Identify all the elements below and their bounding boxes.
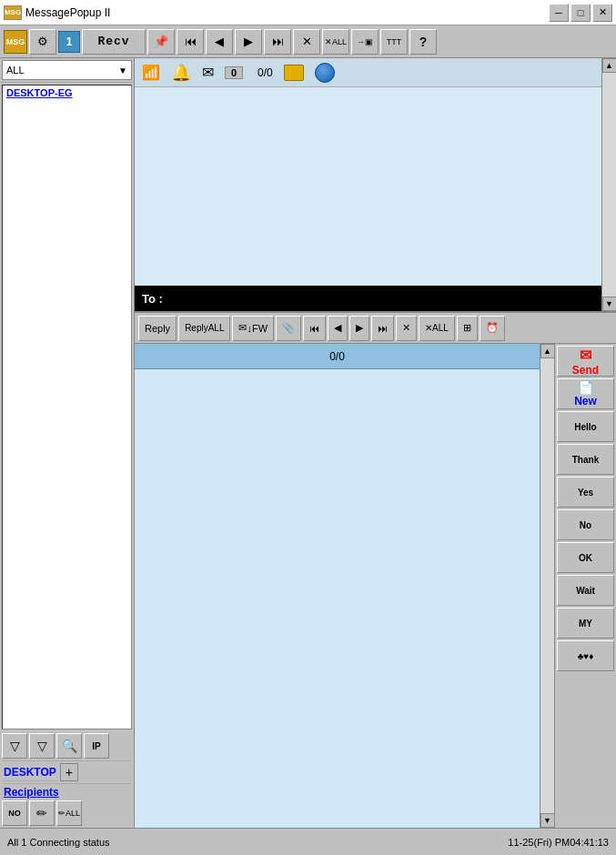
action-buttons: ✉ Send 📄 New Hello Thank Yes No OK Wait … [554, 344, 616, 828]
restore-button[interactable]: □ [571, 4, 591, 22]
sym-button[interactable]: ♣♥♦ [557, 640, 614, 671]
no-quick-button[interactable]: No [557, 509, 614, 540]
search-button[interactable]: 🔍 [56, 733, 82, 759]
group-row: DESKTOP + [2, 760, 132, 781]
bell-icon: 🔔 [171, 63, 191, 83]
nav-next-button[interactable]: ▶ [235, 29, 262, 55]
right-panel: 📶 🔔 ✉ 0 0/0 To : [135, 58, 616, 828]
send-button[interactable]: ✉ Send [557, 346, 614, 377]
machine-item[interactable]: DESKTOP-EG [3, 86, 131, 100]
edit-button[interactable]: ✏ [29, 800, 55, 826]
signal-icon: 📶 [142, 64, 160, 81]
send-content: 0/0 [135, 344, 540, 828]
top-toolbar: MSG ⚙ 1 Recv 📌 ⏮ ◀ ▶ ⏭ ✕ ✕ALL →▣ TTT ? [0, 25, 616, 58]
window-controls: ─ □ ✕ [549, 4, 612, 22]
help-button[interactable]: ? [409, 29, 437, 55]
my-button[interactable]: MY [557, 608, 614, 639]
scroll-icon-row: ▽ ▽ 🔍 IP [2, 733, 132, 759]
minimize-button[interactable]: ─ [549, 4, 569, 22]
globe-icon[interactable] [315, 63, 335, 83]
window-title: MessagePopup II [25, 6, 549, 19]
nav2-close-button[interactable]: ✕ [396, 316, 417, 341]
scroll-track[interactable] [602, 73, 616, 297]
send-scrollbar: ▲ ▼ [540, 344, 554, 828]
msg-count-badge: 0 [225, 66, 243, 79]
send-envelope-icon: ✉ [580, 347, 591, 364]
close-all-button[interactable]: ✕ALL [322, 29, 349, 55]
no-button[interactable]: NO [2, 800, 27, 826]
envelope2-icon: ✉ [238, 322, 247, 334]
forward-button[interactable]: →▣ [351, 29, 379, 55]
scroll-down1-button[interactable]: ▽ [2, 733, 27, 759]
hello-button[interactable]: Hello [557, 411, 614, 442]
status-left-text: All 1 Connecting status [7, 837, 500, 848]
dropdown-arrow-icon: ▼ [118, 65, 127, 75]
folder-icon[interactable] [284, 65, 304, 81]
message-area-top: 📶 🔔 ✉ 0 0/0 To : [135, 58, 616, 313]
scroll-up-arrow[interactable]: ▲ [602, 58, 617, 73]
clock-button[interactable]: ⏰ [480, 316, 505, 341]
nav2-first-button[interactable]: ⏮ [303, 316, 326, 341]
group-label[interactable]: DESKTOP [2, 764, 58, 781]
print-button[interactable]: TTT [380, 29, 408, 55]
close-button[interactable]: ✕ [592, 4, 612, 22]
wait-button[interactable]: Wait [557, 575, 614, 606]
nav2-close-all-button[interactable]: ✕ALL [419, 316, 455, 341]
nav-last-button[interactable]: ⏭ [264, 29, 291, 55]
scroll-down2-button[interactable]: ▽ [29, 733, 55, 759]
envelope-icon: ✉ [202, 64, 214, 81]
ip-button[interactable]: IP [84, 733, 109, 759]
send-scroll-down[interactable]: ▼ [540, 813, 555, 828]
machine-list: DESKTOP-EG [2, 85, 132, 729]
new-button[interactable]: 📄 New [557, 378, 614, 409]
recv-button[interactable]: Recv [82, 29, 146, 55]
add-group-button[interactable]: + [60, 763, 78, 781]
thank-button[interactable]: Thank [557, 444, 614, 475]
recipients-label[interactable]: Recipients [2, 784, 61, 800]
nav2-prev-button[interactable]: ◀ [328, 316, 348, 341]
left-panel: ALL ▼ DESKTOP-EG ▽ ▽ 🔍 IP DESKTOP + [0, 58, 135, 828]
reply-button[interactable]: Reply [138, 316, 177, 341]
status-right-text: 11-25(Fri) PM04:41:13 [508, 837, 609, 848]
ok-button[interactable]: OK [557, 542, 614, 573]
grid-button[interactable]: ⊞ [457, 316, 478, 341]
nav-first-button[interactable]: ⏮ [177, 29, 204, 55]
top-scrollbar: ▲ ▼ [601, 58, 616, 311]
main-container: ALL ▼ DESKTOP-EG ▽ ▽ 🔍 IP DESKTOP + [0, 58, 616, 828]
forward-msg-button[interactable]: ✉ ↓FW [232, 316, 274, 341]
status-bar: All 1 Connecting status 11-25(Fri) PM04:… [0, 828, 616, 855]
settings-button[interactable]: ⚙ [29, 29, 56, 55]
send-body [135, 369, 540, 828]
reply-all-button[interactable]: ReplyALL [178, 316, 230, 341]
pin-button[interactable]: 📌 [147, 29, 175, 55]
new-icon: 📄 [578, 380, 593, 395]
send-scroll-up[interactable]: ▲ [540, 344, 555, 358]
yes-button[interactable]: Yes [557, 477, 614, 508]
close-msg-button[interactable]: ✕ [293, 29, 320, 55]
settings-icon: ⚙ [37, 35, 48, 48]
app-logo-button[interactable]: MSG [4, 30, 27, 54]
nav2-last-button[interactable]: ⏭ [371, 316, 394, 341]
nav2-next-button[interactable]: ▶ [349, 316, 369, 341]
message-header: 📶 🔔 ✉ 0 0/0 [135, 58, 601, 87]
recipient-icon-row: NO ✏ ✏ALL [2, 800, 132, 826]
message-content: 📶 🔔 ✉ 0 0/0 To : [135, 58, 601, 311]
bottom-send-area: 0/0 ▲ ▼ ✉ Send 📄 New [135, 344, 616, 828]
filter-dropdown-row: ALL ▼ [0, 58, 134, 83]
scroll-down-arrow[interactable]: ▼ [602, 297, 617, 311]
to-bar: To : [135, 286, 601, 311]
message-body [135, 87, 601, 286]
pin-icon: 📌 [154, 35, 168, 48]
nav-prev-button[interactable]: ◀ [206, 29, 233, 55]
send-scroll-track[interactable] [540, 358, 554, 813]
filter-dropdown[interactable]: ALL ▼ [2, 60, 132, 80]
title-bar: MSG MessagePopup II ─ □ ✕ [0, 0, 616, 25]
msg-icon: MSG [6, 37, 25, 46]
attach-button[interactable]: 📎 [276, 316, 301, 341]
second-toolbar: Reply ReplyALL ✉ ↓FW 📎 ⏮ ◀ ▶ ⏭ ✕ ✕ALL ⊞ … [135, 313, 616, 344]
counter-badge: 1 [58, 31, 80, 53]
send-header: 0/0 [135, 344, 540, 369]
paperclip-icon: 📎 [282, 322, 295, 334]
edit-all-button[interactable]: ✏ALL [56, 800, 82, 826]
left-bottom-controls: ▽ ▽ 🔍 IP DESKTOP + Recipients NO ✏ ✏ALL [0, 731, 134, 828]
